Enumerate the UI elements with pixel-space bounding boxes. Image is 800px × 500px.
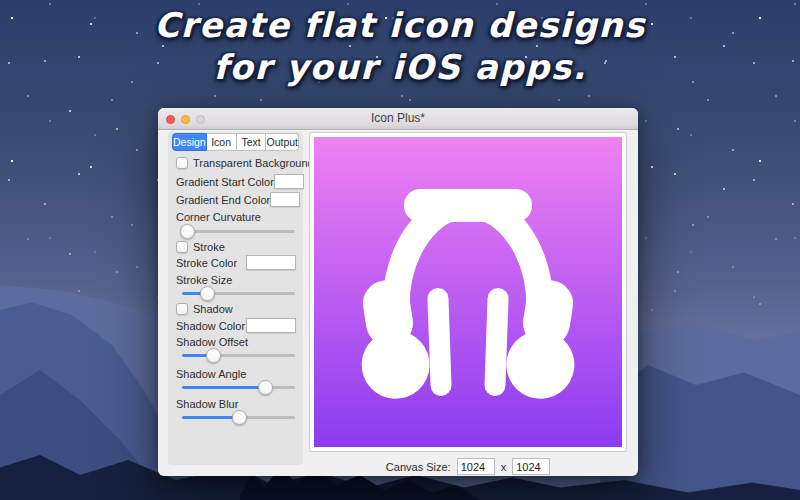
stroke-color-well[interactable] [246, 255, 296, 270]
marketing-headline: Create flat icon designs for your iOS ap… [0, 5, 800, 89]
stroke-size-slider[interactable] [182, 286, 295, 301]
stroke-color-label: Stroke Color [176, 257, 237, 269]
gradient-end-row: Gradient End Color [176, 191, 296, 208]
slider-fill [182, 416, 240, 419]
transparent-background-row: Transparent Background [176, 157, 296, 169]
stroke-row: Stroke [176, 241, 296, 253]
canvas-size-row: Canvas Size: x [309, 458, 627, 475]
stroke-label: Stroke [193, 241, 225, 253]
shadow-row: Shadow [176, 303, 296, 315]
slider-thumb[interactable] [258, 380, 273, 395]
shadow-angle-slider[interactable] [182, 380, 295, 395]
gradient-start-row: Gradient Start Color [176, 173, 296, 190]
shadow-color-label: Shadow Color [176, 320, 245, 332]
tab-icon[interactable]: Icon [207, 133, 237, 151]
transparent-background-label: Transparent Background [193, 157, 314, 169]
design-sidebar: Design Icon Text Output Transparent Back… [168, 132, 303, 465]
icon-preview-panel [309, 132, 627, 452]
window-content: Design Icon Text Output Transparent Back… [158, 130, 638, 475]
slider-track[interactable] [182, 230, 295, 233]
tab-text[interactable]: Text [237, 133, 267, 151]
canvas-size-separator: x [501, 461, 507, 473]
slider-thumb[interactable] [200, 286, 215, 301]
traffic-lights [166, 115, 205, 124]
headline-line-1: Create flat icon designs [0, 5, 800, 47]
canvas-width-input[interactable] [457, 458, 495, 475]
shadow-blur-slider[interactable] [182, 410, 295, 425]
gradient-start-label: Gradient Start Color [176, 176, 274, 188]
slider-thumb[interactable] [206, 348, 221, 363]
slider-thumb[interactable] [180, 224, 195, 239]
canvas-size-label: Canvas Size: [386, 461, 451, 473]
minimize-button[interactable] [181, 115, 190, 124]
window-title: Icon Plus* [158, 108, 638, 129]
stroke-checkbox[interactable] [176, 241, 188, 253]
gradient-end-color-well[interactable] [270, 192, 300, 207]
corner-curvature-row [176, 224, 296, 239]
stroke-size-row [176, 286, 296, 301]
stroke-color-row: Stroke Color [176, 254, 296, 271]
shadow-angle-label: Shadow Angle [176, 368, 296, 380]
shadow-color-well[interactable] [246, 318, 296, 333]
close-button[interactable] [166, 115, 175, 124]
shadow-offset-slider[interactable] [182, 348, 295, 363]
gradient-start-color-well[interactable] [274, 174, 304, 189]
shadow-blur-label: Shadow Blur [176, 398, 296, 410]
transparent-background-checkbox[interactable] [176, 157, 188, 169]
shadow-offset-row [176, 348, 296, 363]
shadow-offset-label: Shadow Offset [176, 336, 296, 348]
tab-output[interactable]: Output [266, 133, 299, 151]
shadow-blur-row [176, 410, 296, 425]
headphones-icon [314, 137, 622, 447]
desktop-background: Create flat icon designs for your iOS ap… [0, 0, 800, 500]
zoom-button-disabled [196, 115, 205, 124]
canvas-height-input[interactable] [512, 458, 550, 475]
window-titlebar[interactable]: Icon Plus* [158, 108, 638, 130]
headline-line-2: for your iOS apps. [0, 47, 800, 89]
shadow-color-row: Shadow Color [176, 317, 296, 334]
slider-fill [182, 386, 266, 389]
app-window: Icon Plus* Design Icon Text Output Trans… [158, 108, 638, 476]
shadow-label: Shadow [193, 303, 233, 315]
shadow-checkbox[interactable] [176, 303, 188, 315]
mode-tabs: Design Icon Text Output [172, 133, 299, 151]
stroke-size-label: Stroke Size [176, 274, 296, 286]
slider-thumb[interactable] [232, 410, 247, 425]
tab-design[interactable]: Design [172, 133, 207, 151]
gradient-end-label: Gradient End Color [176, 194, 270, 206]
corner-curvature-slider[interactable] [182, 224, 295, 239]
icon-canvas [314, 137, 622, 447]
shadow-angle-row [176, 380, 296, 395]
corner-curvature-label: Corner Curvature [176, 211, 296, 223]
